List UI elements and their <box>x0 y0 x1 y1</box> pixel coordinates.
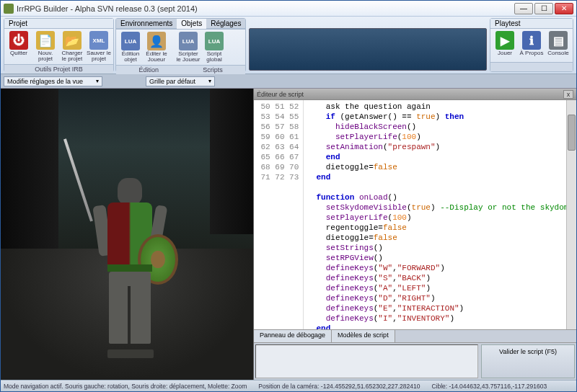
console-icon: ▤ <box>549 31 568 50</box>
tab-projet[interactable]: Projet <box>4 19 113 29</box>
a-propos-button[interactable]: ℹÀ Propos <box>519 30 545 57</box>
minimize-button[interactable]: — <box>514 3 533 14</box>
jouer-icon: ▶ <box>495 31 514 50</box>
window-title: IrrRPG Builder - Alpha SVN release 0.3 (… <box>17 4 514 13</box>
line-gutter: 50 51 52 53 54 55 56 57 58 59 60 61 62 6… <box>254 100 304 329</box>
editor-close-button[interactable]: x <box>563 90 573 99</box>
maximize-button[interactable]: ☐ <box>534 3 553 14</box>
editor-title-text: Éditeur de script <box>257 91 304 98</box>
player-character <box>87 171 174 358</box>
scripter-joueur-icon: LUA <box>179 32 198 50</box>
status-nav: Mode navigation actif. Souris gauche: ro… <box>4 383 247 390</box>
code-content[interactable]: ask the question again if (getAnswer() =… <box>304 100 576 329</box>
sauver-projet-button[interactable]: XMLSauver le projet <box>86 30 112 63</box>
editor-bottom-tabs: Panneau de débogage Modèles de script <box>254 329 576 342</box>
close-button[interactable]: ✕ <box>555 3 573 14</box>
group-edition: Environnements Objets Réglages LUAÉditio… <box>115 18 246 72</box>
tab-debug-panel[interactable]: Panneau de débogage <box>254 330 332 342</box>
status-camera: Position de la caméra: -124.455292,51.65… <box>258 383 420 390</box>
console-button[interactable]: ▤Console <box>545 30 571 57</box>
app-window: IrrRPG Builder - Alpha SVN release 0.3 (… <box>0 0 577 392</box>
edition-objet-icon: LUA <box>121 32 140 50</box>
tab-script-models[interactable]: Modèles de script <box>332 330 395 342</box>
edition-objet-button[interactable]: LUAÉdition objet <box>118 31 144 63</box>
editer-joueur-icon: 👤 <box>147 32 166 50</box>
sauver-projet-icon: XML <box>89 31 108 50</box>
nouv-projet-button[interactable]: 📄Nouv. projet <box>32 30 58 63</box>
tab-objets[interactable]: Objets <box>177 19 206 29</box>
tab-reglages[interactable]: Réglages <box>206 19 245 29</box>
scrollbar-thumb[interactable] <box>568 115 576 151</box>
titlebar: IrrRPG Builder - Alpha SVN release 0.3 (… <box>1 1 576 17</box>
quitter-icon: ⏻ <box>9 31 28 50</box>
output-console[interactable] <box>255 344 478 378</box>
vertical-scrollbar[interactable] <box>566 100 576 329</box>
charger-projet-button[interactable]: 📂Charger le projet <box>59 30 85 63</box>
editor-titlebar: Éditeur de script x <box>254 89 576 100</box>
code-editor[interactable]: 50 51 52 53 54 55 56 57 58 59 60 61 62 6… <box>254 100 576 329</box>
3d-viewport[interactable] <box>1 89 253 380</box>
script-global-button[interactable]: LUAScript global <box>201 31 227 63</box>
a-propos-icon: ℹ <box>522 31 541 50</box>
view-settings-dropdown[interactable]: Modifie réglages de la vue▾ <box>4 76 102 86</box>
secondary-toolbar: Modifie réglages de la vue▾ Grille par d… <box>1 74 576 89</box>
group-playtest: Playtest ▶JouerℹÀ Propos▤Console <box>490 18 573 72</box>
grid-dropdown[interactable]: Grille par défaut▾ <box>146 76 215 86</box>
tab-playtest[interactable]: Playtest <box>490 19 573 29</box>
chevron-down-icon: ▾ <box>208 78 211 84</box>
quitter-button[interactable]: ⏻Quitter <box>6 30 32 57</box>
scripter-joueur-button[interactable]: LUAScripter le Joueur <box>175 31 201 63</box>
app-icon <box>4 4 14 14</box>
editer-joueur-button[interactable]: 👤Éditer le Joueur <box>144 31 169 63</box>
jouer-button[interactable]: ▶Jouer <box>492 30 518 57</box>
main-area: Éditeur de script x 50 51 52 53 54 55 56… <box>1 89 576 380</box>
statusbar: Mode navigation actif. Souris gauche: ro… <box>1 380 576 391</box>
charger-projet-icon: 📂 <box>63 31 82 50</box>
nouv-projet-icon: 📄 <box>36 31 55 50</box>
script-editor-pane: Éditeur de script x 50 51 52 53 54 55 56… <box>253 89 576 380</box>
chevron-down-icon: ▾ <box>96 78 99 84</box>
ribbon-spacer <box>249 28 487 71</box>
tab-environnements[interactable]: Environnements <box>116 19 177 29</box>
ribbon: Projet ⏻Quitter📄Nouv. projet📂Charger le … <box>1 17 576 74</box>
status-target: Cible: -14.044632,43.757116,-117.291603 <box>431 383 547 390</box>
validate-script-button[interactable]: Valider le script (F5) <box>481 344 575 378</box>
group-projet: Projet ⏻Quitter📄Nouv. projet📂Charger le … <box>4 18 114 72</box>
script-global-icon: LUA <box>205 32 224 50</box>
